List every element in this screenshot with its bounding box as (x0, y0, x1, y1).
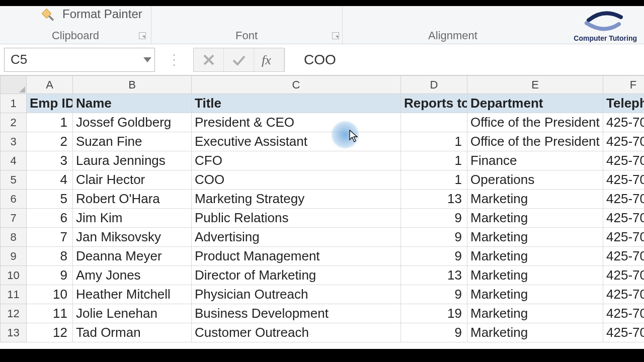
font-dialog-launcher-icon[interactable] (332, 32, 339, 39)
cell[interactable]: Robert O'Hara (73, 190, 192, 209)
row-header[interactable]: 3 (1, 132, 27, 151)
cell[interactable]: Teleph (603, 94, 645, 113)
cell[interactable]: 425-70 (603, 113, 645, 132)
cell[interactable]: Amy Jones (73, 266, 192, 285)
cell[interactable]: Public Relations (192, 209, 401, 228)
cell[interactable]: 425-70 (603, 209, 645, 228)
format-painter-icon[interactable] (42, 5, 60, 23)
cell[interactable]: Marketing Strategy (192, 190, 401, 209)
cell[interactable]: Name (73, 94, 192, 113)
row-header[interactable]: 8 (1, 228, 27, 247)
row-header[interactable]: 7 (1, 209, 27, 228)
column-header[interactable]: B (73, 76, 192, 94)
cell[interactable]: President & CEO (192, 113, 401, 132)
clipboard-dialog-launcher-icon[interactable] (139, 32, 146, 39)
cell[interactable]: Clair Hector (73, 170, 192, 190)
cell[interactable]: Laura Jennings (73, 151, 192, 170)
cell[interactable]: Emp ID (27, 94, 73, 113)
cell[interactable]: 9 (401, 247, 467, 266)
cell[interactable]: Product Management (192, 247, 401, 266)
cell[interactable]: Director of Marketing (192, 266, 401, 285)
cell[interactable]: Office of the President (467, 113, 603, 132)
cell[interactable]: 4 (27, 170, 73, 190)
cell[interactable]: 11 (27, 304, 73, 323)
name-box[interactable]: C5 (4, 48, 155, 72)
cell[interactable]: 13 (401, 266, 467, 285)
chevron-down-icon[interactable] (143, 57, 151, 62)
cell[interactable]: Reports to (401, 94, 467, 113)
cell[interactable]: 1 (27, 113, 73, 132)
cell[interactable]: 425-70 (603, 170, 645, 190)
row-header[interactable]: 9 (1, 247, 27, 266)
cell[interactable]: 425-70 (603, 190, 645, 209)
column-header[interactable]: D (401, 76, 467, 94)
cell[interactable]: Marketing (467, 304, 603, 323)
cell[interactable]: 425-70 (603, 266, 645, 285)
cell[interactable]: Jolie Lenehan (73, 304, 192, 323)
column-header[interactable]: E (467, 76, 603, 94)
cell[interactable]: 1 (401, 132, 467, 151)
row-header[interactable]: 1 (1, 94, 27, 113)
enter-formula-button[interactable] (224, 48, 254, 71)
column-header[interactable]: A (27, 76, 73, 94)
cell[interactable]: Title (192, 94, 401, 113)
cell[interactable]: 425-70 (603, 151, 645, 170)
cell[interactable]: Jim Kim (73, 209, 192, 228)
cell[interactable]: Tad Orman (73, 323, 192, 342)
formula-input[interactable] (297, 48, 640, 72)
cell[interactable]: Marketing (467, 190, 603, 209)
cell[interactable]: 3 (27, 151, 73, 170)
format-painter-button[interactable]: Format Painter (62, 7, 142, 21)
cell[interactable]: 2 (27, 132, 73, 151)
cell[interactable]: 12 (27, 323, 73, 342)
cell[interactable]: 425-70 (603, 323, 645, 342)
cell[interactable]: Customer Outreach (192, 323, 401, 342)
cell[interactable]: Suzan Fine (73, 132, 192, 151)
row-header[interactable]: 13 (1, 323, 27, 342)
cell[interactable] (401, 113, 467, 132)
cell[interactable]: 13 (401, 190, 467, 209)
cell[interactable]: Jan Miksovsky (73, 228, 192, 247)
cell[interactable]: Marketing (467, 247, 603, 266)
cell[interactable]: Office of the President (467, 132, 603, 151)
cell[interactable]: Marketing (467, 228, 603, 247)
cell[interactable]: Finance (467, 151, 603, 170)
cell[interactable]: Jossef Goldberg (73, 113, 192, 132)
cancel-formula-button[interactable] (194, 48, 224, 71)
row-header[interactable]: 10 (1, 266, 27, 285)
cell[interactable]: Marketing (467, 285, 603, 304)
cell[interactable]: Marketing (467, 323, 603, 342)
cell[interactable]: Heather Mitchell (73, 285, 192, 304)
cell[interactable]: Operations (467, 170, 603, 190)
row-header[interactable]: 6 (1, 190, 27, 209)
row-header[interactable]: 4 (1, 151, 27, 170)
cell[interactable]: Deanna Meyer (73, 247, 192, 266)
cell[interactable]: CFO (192, 151, 401, 170)
cell[interactable]: 1 (401, 151, 467, 170)
insert-function-button[interactable]: fx (254, 48, 284, 71)
row-header[interactable]: 12 (1, 304, 27, 323)
cell[interactable]: Physician Outreach (192, 285, 401, 304)
cell[interactable]: 425-70 (603, 285, 645, 304)
cell[interactable]: 19 (401, 304, 467, 323)
cell[interactable]: 6 (27, 209, 73, 228)
cell[interactable]: 8 (27, 247, 73, 266)
cell[interactable]: Business Development (192, 304, 401, 323)
spreadsheet-grid[interactable]: A B C D E F 1 Emp ID Name Title Reports … (0, 75, 644, 342)
cell[interactable]: 425-70 (603, 228, 645, 247)
column-header[interactable]: F (603, 76, 645, 94)
cell[interactable]: Marketing (467, 266, 603, 285)
cell[interactable]: 425-70 (603, 247, 645, 266)
cell[interactable]: 425-70 (603, 304, 645, 323)
cell[interactable]: 7 (27, 228, 73, 247)
cell[interactable]: Marketing (467, 209, 603, 228)
cell[interactable]: Executive Assistant (192, 132, 401, 151)
row-header[interactable]: 2 (1, 113, 27, 132)
cell[interactable]: Department (467, 94, 603, 113)
row-header[interactable]: 5 (1, 170, 27, 190)
cell[interactable]: 10 (27, 285, 73, 304)
select-all-button[interactable] (1, 76, 27, 94)
row-header[interactable]: 11 (1, 285, 27, 304)
cell[interactable]: 9 (401, 285, 467, 304)
cell[interactable]: 9 (27, 266, 73, 285)
